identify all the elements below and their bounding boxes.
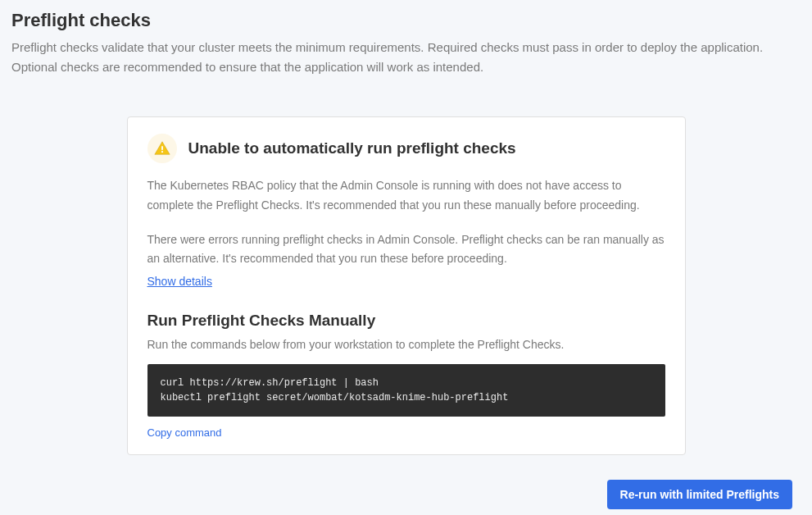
- error-message: There were errors running preflight chec…: [147, 230, 665, 270]
- show-details-link[interactable]: Show details: [147, 275, 212, 288]
- card-header: Unable to automatically run preflight ch…: [147, 134, 665, 163]
- page-title: Preflight checks: [11, 10, 801, 31]
- command-code-block: curl https://krew.sh/preflight | bash ku…: [147, 364, 665, 417]
- preflight-page: Preflight checks Preflight checks valida…: [0, 0, 812, 515]
- manual-run-title: Run Preflight Checks Manually: [147, 312, 665, 330]
- rerun-preflights-button[interactable]: Re-run with limited Preflights: [607, 480, 792, 509]
- warning-icon: [147, 134, 177, 163]
- card-title: Unable to automatically run preflight ch…: [188, 139, 516, 157]
- preflight-card: Unable to automatically run preflight ch…: [127, 116, 686, 455]
- svg-rect-1: [161, 151, 163, 153]
- svg-rect-0: [161, 146, 163, 150]
- copy-command-link[interactable]: Copy command: [147, 426, 222, 439]
- manual-run-description: Run the commands below from your worksta…: [147, 338, 665, 351]
- page-description: Preflight checks validate that your clus…: [11, 38, 798, 77]
- rbac-message: The Kubernetes RBAC policy that the Admi…: [147, 176, 665, 216]
- footer-actions: Re-run with limited Preflights: [11, 480, 801, 509]
